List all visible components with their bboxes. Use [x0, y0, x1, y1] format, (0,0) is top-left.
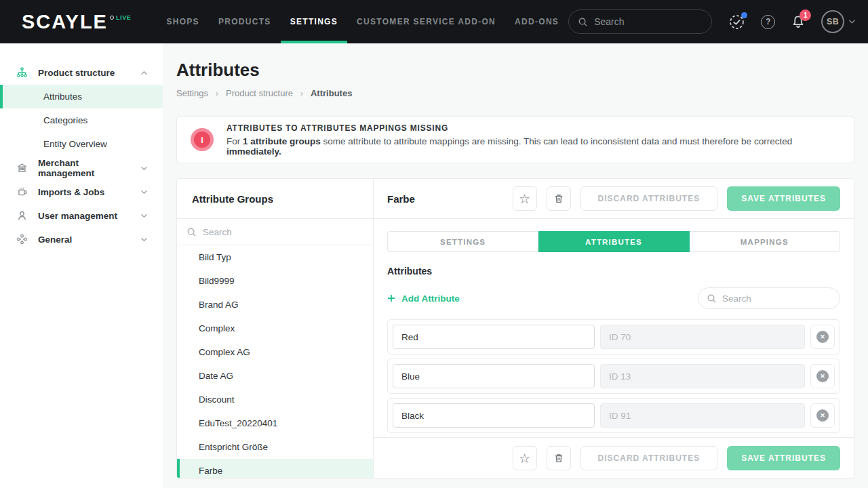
attribute-rows: ✕ ✕: [387, 319, 840, 437]
favorite-button[interactable]: ☆: [513, 186, 537, 211]
notification-badge: 1: [800, 9, 811, 21]
attribute-name-input[interactable]: [393, 364, 595, 388]
sitemap-icon: [16, 67, 28, 78]
main-nav: SHOPS PRODUCTS SETTINGS CUSTOMER SERVICE…: [157, 0, 568, 43]
attribute-id-input: [600, 364, 805, 388]
notifications-button[interactable]: 1: [791, 15, 805, 28]
chevron-down-icon: [140, 166, 148, 171]
attributes-tab-content: Attributes Add Attribute: [374, 252, 854, 437]
global-search[interactable]: [568, 9, 712, 34]
account-menu[interactable]: SB: [821, 10, 856, 33]
sidebar-item-label: User management: [38, 211, 117, 221]
warning-banner-body: For 1 attribute groups some attribute to…: [226, 136, 840, 157]
tab-attributes[interactable]: ATTRIBUTES: [538, 231, 689, 252]
sidebar-item-entity-overview[interactable]: Entity Overview: [0, 132, 163, 156]
nav-item-add-ons[interactable]: ADD-ONS: [505, 0, 568, 43]
sidebar-item-user-management[interactable]: User management: [0, 204, 163, 227]
add-attribute-button[interactable]: Add Attribute: [387, 293, 460, 304]
attributes-search[interactable]: [698, 287, 840, 309]
attribute-group-detail: Farbe ☆ DISCARD ATTRIBUTES SAVE ATTRIBUT…: [374, 179, 854, 478]
remove-attribute-button[interactable]: ✕: [810, 325, 835, 349]
group-item-date-ag[interactable]: Date AG: [177, 364, 373, 388]
help-button[interactable]: ?: [761, 15, 775, 29]
navbar-icon-cluster: ? 1 SB: [729, 10, 856, 33]
attribute-groups-list: Bild Typ Bild9999 Brand AG Complex Compl…: [177, 245, 373, 478]
attribute-name-input[interactable]: [393, 325, 595, 349]
sidebar-item-attributes[interactable]: Attributes: [0, 85, 163, 108]
close-icon: ✕: [816, 331, 829, 343]
save-attributes-button[interactable]: SAVE ATTRIBUTES: [727, 186, 840, 211]
attribute-groups-search-input[interactable]: [203, 227, 363, 237]
chevron-down-icon: [140, 190, 148, 195]
trash-icon: [553, 453, 564, 464]
remove-attribute-button[interactable]: ✕: [810, 364, 835, 388]
main-content: Attributes Settings › Product structure …: [163, 43, 868, 488]
group-item-bild9999[interactable]: Bild9999: [177, 269, 373, 293]
attributes-toolbar: Add Attribute: [387, 287, 840, 309]
sidebar-item-general[interactable]: General: [0, 228, 163, 251]
attribute-groups-title: Attribute Groups: [177, 179, 373, 219]
delete-button[interactable]: [547, 446, 571, 470]
user-icon: [16, 210, 28, 221]
attribute-groups-search[interactable]: [177, 219, 373, 245]
breadcrumb: Settings › Product structure › Attribute…: [176, 88, 854, 98]
group-item-discount[interactable]: Discount: [177, 388, 373, 411]
scayle-logo[interactable]: SCAYLE LIVE: [22, 11, 131, 33]
discard-attributes-button[interactable]: DISCARD ATTRIBUTES: [580, 446, 718, 470]
sidebar-item-imports-jobs[interactable]: Imports & Jobs: [0, 180, 163, 203]
group-item-bild-typ[interactable]: Bild Typ: [177, 245, 373, 269]
save-attributes-button[interactable]: SAVE ATTRIBUTES: [727, 446, 840, 470]
info-icon: i: [191, 128, 214, 151]
tab-settings[interactable]: SETTINGS: [387, 231, 538, 252]
close-icon: ✕: [816, 370, 829, 382]
attributes-search-input[interactable]: [722, 293, 831, 304]
attributes-panels: Attribute Groups Bild Typ Bild9999 Brand…: [176, 178, 854, 479]
sidebar-item-label: General: [38, 235, 72, 245]
plus-icon: [387, 294, 395, 302]
chevron-down-icon: [848, 19, 856, 24]
logo-live-badge: LIVE: [110, 14, 131, 21]
warning-banner: i ATTRIBUTES TO ATTRIBUTES MAPPINGS MISS…: [176, 116, 854, 163]
nav-item-shops[interactable]: SHOPS: [157, 0, 209, 43]
logo-live-label: LIVE: [116, 14, 131, 21]
group-item-complex-ag[interactable]: Complex AG: [177, 340, 373, 364]
nav-item-settings[interactable]: SETTINGS: [281, 0, 347, 43]
attribute-groups-panel: Attribute Groups Bild Typ Bild9999 Brand…: [177, 179, 374, 478]
status-check-button[interactable]: [729, 14, 745, 30]
sidebar-item-merchant-management[interactable]: Merchant management: [0, 157, 163, 180]
attributes-section-label: Attributes: [387, 266, 840, 277]
group-item-brand-ag[interactable]: Brand AG: [177, 293, 373, 317]
mug-icon: [16, 186, 28, 197]
sidebar: Product structure Attributes Categories …: [0, 43, 163, 488]
chevron-up-icon: [140, 70, 148, 75]
logo-text: SCAYLE: [22, 11, 108, 33]
breadcrumb-attributes: Attributes: [311, 88, 352, 98]
attribute-id-input: [600, 325, 805, 349]
status-blue-dot: [741, 12, 747, 18]
star-icon: ☆: [519, 452, 530, 465]
star-icon: ☆: [519, 192, 530, 205]
nav-item-customer-service-add-on[interactable]: CUSTOMER SERVICE ADD-ON: [347, 0, 505, 43]
sidebar-item-categories[interactable]: Categories: [0, 108, 163, 132]
group-item-entspricht-groesse[interactable]: Entspricht Größe: [177, 435, 373, 459]
detail-title: Farbe: [387, 193, 415, 205]
breadcrumb-product-structure[interactable]: Product structure: [226, 88, 293, 98]
group-item-complex[interactable]: Complex: [177, 317, 373, 340]
search-icon: [707, 293, 717, 304]
global-search-input[interactable]: [594, 16, 703, 27]
sidebar-item-label: Merchant management: [38, 158, 130, 178]
delete-button[interactable]: [547, 186, 571, 211]
favorite-button[interactable]: ☆: [513, 446, 537, 470]
group-item-edutest[interactable]: EduTest_20220401: [177, 411, 373, 435]
breadcrumb-settings[interactable]: Settings: [176, 88, 208, 98]
tab-mappings[interactable]: MAPPINGS: [690, 231, 840, 252]
discard-attributes-button[interactable]: DISCARD ATTRIBUTES: [580, 186, 718, 211]
attribute-name-input[interactable]: [393, 403, 595, 428]
nav-item-products[interactable]: PRODUCTS: [209, 0, 281, 43]
remove-attribute-button[interactable]: ✕: [810, 403, 835, 428]
sidebar-item-product-structure[interactable]: Product structure: [0, 61, 163, 84]
logo-ring-icon: [110, 16, 114, 20]
group-item-farbe[interactable]: Farbe: [177, 459, 373, 478]
attribute-row: ✕: [387, 319, 840, 354]
store-icon: [16, 163, 28, 174]
